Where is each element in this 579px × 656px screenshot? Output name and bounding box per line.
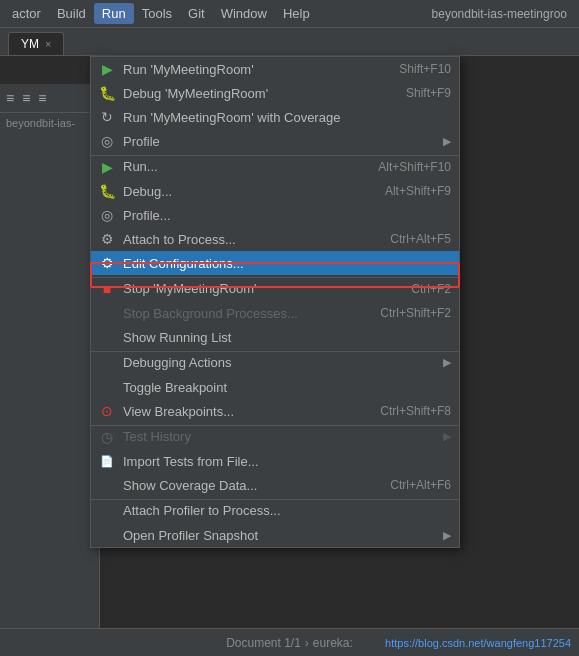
- show-running-label: Show Running List: [123, 330, 451, 345]
- breadcrumb-item: eureka:: [313, 636, 353, 650]
- menu-entry-view-breakpoints[interactable]: ⊙ View Breakpoints... Ctrl+Shift+F8: [91, 399, 459, 423]
- menu-item-tools[interactable]: Tools: [134, 3, 180, 24]
- edit-config-icon: ⚙: [97, 255, 117, 271]
- stop-label: Stop 'MyMeetingRoom': [123, 281, 387, 296]
- menu-entry-import-tests[interactable]: 📄 Import Tests from File...: [91, 449, 459, 473]
- import-tests-icon: 📄: [97, 455, 117, 468]
- debugging-arrow: ▶: [443, 356, 451, 369]
- menu-entry-profile[interactable]: ◎ Profile ▶: [91, 129, 459, 153]
- debug-icon: 🐛: [97, 85, 117, 101]
- window-title: beyondbit-ias-meetingroo: [432, 7, 575, 21]
- menu-entry-run-coverage[interactable]: ↻ Run 'MyMeetingRoom' with Coverage: [91, 105, 459, 129]
- run-dots-shortcut: Alt+Shift+F10: [378, 160, 451, 174]
- menu-entry-attach-profiler[interactable]: Attach Profiler to Process...: [91, 499, 459, 523]
- menu-entry-profile-dots[interactable]: ◎ Profile...: [91, 203, 459, 227]
- menu-entry-stop-background: Stop Background Processes... Ctrl+Shift+…: [91, 301, 459, 325]
- breadcrumb-separator: ›: [305, 636, 309, 650]
- run-dots-icon: ▶: [97, 159, 117, 175]
- debugging-actions-label: Debugging Actions: [123, 355, 435, 370]
- view-breakpoints-label: View Breakpoints...: [123, 404, 356, 419]
- status-bar: Document 1/1 › eureka: https://blog.csdn…: [0, 628, 579, 656]
- attach-icon: ⚙: [97, 231, 117, 247]
- stop-icon: ■: [97, 281, 117, 297]
- stop-background-label: Stop Background Processes...: [123, 306, 356, 321]
- profile-icon: ◎: [97, 133, 117, 149]
- profiler-snapshot-arrow: ▶: [443, 529, 451, 542]
- attach-to-process-shortcut: Ctrl+Alt+F5: [390, 232, 451, 246]
- menu-entry-debug-dots[interactable]: 🐛 Debug... Alt+Shift+F9: [91, 179, 459, 203]
- menu-entry-attach-to-process[interactable]: ⚙ Attach to Process... Ctrl+Alt+F5: [91, 227, 459, 251]
- view-bp-icon: ⊙: [97, 403, 117, 419]
- menu-item-build[interactable]: Build: [49, 3, 94, 24]
- tab-label: YM: [21, 37, 39, 51]
- active-tab[interactable]: YM ×: [8, 32, 64, 55]
- attach-to-process-label: Attach to Process...: [123, 232, 366, 247]
- submenu-arrow: ▶: [443, 135, 451, 148]
- toolbar-icon-2[interactable]: ≡: [20, 88, 32, 108]
- profile-dots-icon: ◎: [97, 207, 117, 223]
- import-tests-label: Import Tests from File...: [123, 454, 451, 469]
- menu-entry-debug-project[interactable]: 🐛 Debug 'MyMeetingRoom' Shift+F9: [91, 81, 459, 105]
- csdn-link[interactable]: https://blog.csdn.net/wangfeng117254: [385, 637, 571, 649]
- toolbar-icon-3[interactable]: ≡: [36, 88, 48, 108]
- toolbar-icon-1[interactable]: ≡: [4, 88, 16, 108]
- run-coverage-label: Run 'MyMeetingRoom' with Coverage: [123, 110, 451, 125]
- debug-dots-shortcut: Alt+Shift+F9: [385, 184, 451, 198]
- debug-dots-icon: 🐛: [97, 183, 117, 199]
- coverage-icon: ↻: [97, 109, 117, 125]
- doc-label: Document 1/1: [226, 636, 301, 650]
- run-icon: ▶: [97, 61, 117, 77]
- debug-project-shortcut: Shift+F9: [406, 86, 451, 100]
- left-panel-toolbar: ≡ ≡ ≡: [0, 84, 99, 113]
- view-breakpoints-shortcut: Ctrl+Shift+F8: [380, 404, 451, 418]
- profile-dots-label: Profile...: [123, 208, 451, 223]
- test-history-arrow: ▶: [443, 430, 451, 443]
- menu-item-help[interactable]: Help: [275, 3, 318, 24]
- menu-entry-stop[interactable]: ■ Stop 'MyMeetingRoom' Ctrl+F2: [91, 277, 459, 301]
- left-panel: ≡ ≡ ≡ beyondbit-ias-: [0, 84, 100, 656]
- stop-background-shortcut: Ctrl+Shift+F2: [380, 306, 451, 320]
- debug-project-label: Debug 'MyMeetingRoom': [123, 86, 382, 101]
- debug-dots-label: Debug...: [123, 184, 361, 199]
- run-project-label: Run 'MyMeetingRoom': [123, 62, 375, 77]
- menu-entry-run-dots[interactable]: ▶ Run... Alt+Shift+F10: [91, 155, 459, 179]
- run-project-shortcut: Shift+F10: [399, 62, 451, 76]
- show-coverage-shortcut: Ctrl+Alt+F6: [390, 478, 451, 492]
- editor-area: ≡ ≡ ≡ beyondbit-ias- e sk.shmh esk.shmh …: [0, 56, 579, 656]
- show-coverage-label: Show Coverage Data...: [123, 478, 366, 493]
- breadcrumb: Document 1/1 › eureka:: [226, 636, 353, 650]
- menu-entry-show-running[interactable]: Show Running List: [91, 325, 459, 349]
- attach-profiler-label: Attach Profiler to Process...: [123, 503, 451, 518]
- menu-item-actor[interactable]: actor: [4, 3, 49, 24]
- menu-entry-test-history: ◷ Test History ▶: [91, 425, 459, 449]
- menu-item-window[interactable]: Window: [213, 3, 275, 24]
- tab-bar: YM ×: [0, 28, 579, 56]
- menu-entry-open-profiler-snapshot[interactable]: Open Profiler Snapshot ▶: [91, 523, 459, 547]
- test-history-label: Test History: [123, 429, 435, 444]
- menu-item-run[interactable]: Run: [94, 3, 134, 24]
- edit-configurations-label: Edit Configurations...: [123, 256, 451, 271]
- profile-label: Profile: [123, 134, 435, 149]
- menu-entry-edit-configurations[interactable]: ⚙ Edit Configurations...: [91, 251, 459, 275]
- run-dropdown-menu: ▶ Run 'MyMeetingRoom' Shift+F10 🐛 Debug …: [90, 56, 460, 548]
- menu-entry-show-coverage[interactable]: Show Coverage Data... Ctrl+Alt+F6: [91, 473, 459, 497]
- menu-entry-debugging-actions[interactable]: Debugging Actions ▶: [91, 351, 459, 375]
- menu-bar: actor Build Run Tools Git Window Help be…: [0, 0, 579, 28]
- stop-shortcut: Ctrl+F2: [411, 282, 451, 296]
- test-history-icon: ◷: [97, 429, 117, 445]
- tab-close-icon[interactable]: ×: [45, 38, 51, 50]
- toggle-breakpoint-label: Toggle Breakpoint: [123, 380, 451, 395]
- open-profiler-snapshot-label: Open Profiler Snapshot: [123, 528, 435, 543]
- left-panel-text: beyondbit-ias-: [0, 113, 99, 133]
- run-dots-label: Run...: [123, 159, 354, 174]
- menu-item-git[interactable]: Git: [180, 3, 213, 24]
- menu-entry-toggle-breakpoint[interactable]: Toggle Breakpoint: [91, 375, 459, 399]
- menu-entry-run-project[interactable]: ▶ Run 'MyMeetingRoom' Shift+F10: [91, 57, 459, 81]
